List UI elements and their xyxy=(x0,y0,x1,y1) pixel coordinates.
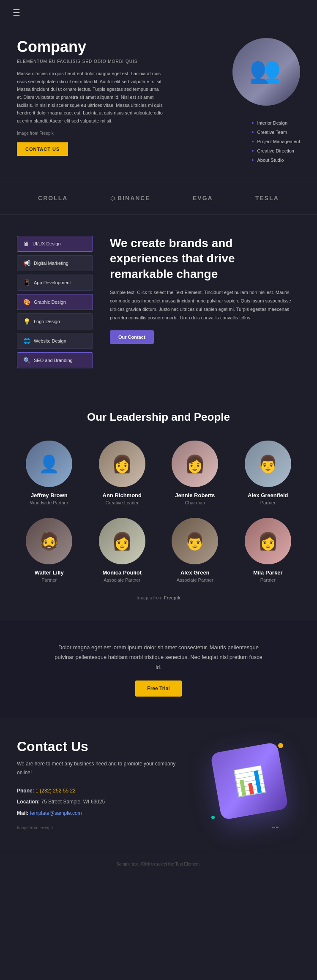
contact-left: Contact Us We are here to meet any busin… xyxy=(17,739,186,830)
deco-squiggle: 〰 xyxy=(272,824,279,832)
person-card: 👩 Mila Parker Partner xyxy=(236,518,301,583)
avatar-image: 👨 xyxy=(172,518,218,564)
brand-binance: BINANCE xyxy=(110,195,150,201)
service-digital-button[interactable]: 📢 Digital Marketing xyxy=(17,255,93,271)
location-label: Location: xyxy=(17,799,40,805)
hero-body: Massa ultricies mi quis hendrerit dolor … xyxy=(17,70,164,125)
person-card: 🧔 Walter Lilly Partner xyxy=(17,518,82,583)
service-seo-button[interactable]: 🔍 SEO and Branding xyxy=(17,352,93,368)
brand-crolla: CROLLA xyxy=(38,195,68,201)
avatar: 🧔 xyxy=(26,518,72,564)
person-role: Associate Partner xyxy=(104,577,140,583)
avatar-image: 👩 xyxy=(245,518,291,564)
location-value: 75 Street Sample, WI 63025 xyxy=(41,799,105,805)
leadership-section: Our Leadership and People 👤 Jeffrey Brow… xyxy=(0,389,317,621)
services-heading: We create brands and experiences that dr… xyxy=(110,236,300,282)
freepik-link: Freepik xyxy=(164,595,180,600)
person-name: Jennie Roberts xyxy=(175,492,215,498)
contact-section: Contact Us We are here to meet any busin… xyxy=(0,718,317,853)
service-app-label: App Development xyxy=(34,280,71,285)
navigation: ☰ xyxy=(0,0,317,25)
logo-icon: 💡 xyxy=(23,318,30,325)
service-uiux-button[interactable]: 🖥 UI/UX Design xyxy=(17,236,93,252)
avatar-image: 👤 xyxy=(26,441,72,487)
location-info: Location: 75 Street Sample, WI 63025 xyxy=(17,796,186,807)
person-name: Alex Green xyxy=(180,569,210,576)
deco-dot-yellow xyxy=(278,743,283,748)
hero-photo xyxy=(232,38,300,106)
service-app-button[interactable]: 📱 App Development xyxy=(17,275,93,291)
list-item: About Studio xyxy=(252,155,300,165)
list-item: Creative Team xyxy=(252,128,300,137)
hero-title: Company xyxy=(17,38,164,56)
service-uiux-label: UI/UX Design xyxy=(33,241,61,246)
person-role: Associate Partner xyxy=(177,577,213,583)
list-item: Interior Design xyxy=(252,118,300,128)
contact-title: Contact Us xyxy=(17,739,186,754)
avatar-image: 👩 xyxy=(99,441,145,487)
person-name: Monica Pouliot xyxy=(103,569,142,576)
service-seo-label: SEO and Branding xyxy=(34,358,73,363)
person-role: Partner xyxy=(41,577,57,583)
our-contact-button[interactable]: Our Contact xyxy=(110,330,154,344)
brands-section: CROLLA BINANCE EVGA TESLA xyxy=(0,182,317,215)
hamburger-icon[interactable]: ☰ xyxy=(13,8,20,18)
service-logo-button[interactable]: 💡 Logo Design xyxy=(17,313,93,329)
person-card: 👩 Ann Richmond Creative Leader xyxy=(90,441,155,505)
list-item: Creative Direction xyxy=(252,146,300,155)
person-name: Walter Lilly xyxy=(35,569,64,576)
person-card: 👩 Monica Pouliot Associate Partner xyxy=(90,518,155,583)
person-role: Partner xyxy=(260,500,276,505)
person-role: Chairman xyxy=(185,500,205,505)
avatar: 👨 xyxy=(245,441,291,487)
person-role: Partner xyxy=(260,577,276,583)
person-name: Mila Parker xyxy=(253,569,282,576)
mail-info: Mail: template@sample.com xyxy=(17,808,186,819)
service-graphic-button[interactable]: 🎨 Graphic Design xyxy=(17,294,93,310)
avatar-image: 🧔 xyxy=(26,518,72,564)
phone-label: Phone: xyxy=(17,788,34,794)
phone-info: Phone: 1 (232) 252 55 22 xyxy=(17,785,186,796)
service-digital-label: Digital Marketing xyxy=(34,261,68,266)
leadership-title: Our Leadership and People xyxy=(17,411,300,424)
person-name: Jeffrey Brown xyxy=(31,492,68,498)
avatar: 👩 xyxy=(245,518,291,564)
contact-info: Phone: 1 (232) 252 55 22 Location: 75 St… xyxy=(17,785,186,819)
service-logo-label: Logo Design xyxy=(34,319,60,324)
person-role: Creative Leader xyxy=(106,500,139,505)
hero-right: Interior Design Creative Team Project Ma… xyxy=(177,38,300,165)
contact-illustration: 〰 xyxy=(199,739,300,832)
uiux-icon: 🖥 xyxy=(23,240,29,247)
avatar-image: 👩 xyxy=(172,441,218,487)
person-card: 👤 Jeffrey Brown Worldwide Partner xyxy=(17,441,82,505)
service-graphic-label: Graphic Design xyxy=(34,299,66,305)
chart-3d-illustration: 〰 xyxy=(207,739,292,832)
brand-evga: EVGA xyxy=(193,195,213,201)
graphic-icon: 🎨 xyxy=(23,299,30,305)
service-website-button[interactable]: 🌐 Website Design xyxy=(17,333,93,349)
person-card: 👩 Jennie Roberts Chairman xyxy=(163,441,227,505)
contact-us-button[interactable]: CONTACT US xyxy=(17,142,68,156)
seo-icon: 🔍 xyxy=(23,357,30,364)
avatar: 👤 xyxy=(26,441,72,487)
person-card: 👨 Alex Green Associate Partner xyxy=(163,518,227,583)
avatar: 👩 xyxy=(99,518,145,564)
chart-3d-object xyxy=(210,742,288,820)
mail-value[interactable]: template@sample.com xyxy=(30,810,82,816)
website-icon: 🌐 xyxy=(23,338,30,344)
services-menu: 🖥 UI/UX Design 📢 Digital Marketing 📱 App… xyxy=(17,236,93,368)
contact-image-credit: Image from Freepik xyxy=(17,825,186,830)
person-name: Ann Richmond xyxy=(103,492,142,498)
people-grid: 👤 Jeffrey Brown Worldwide Partner 👩 Ann … xyxy=(17,441,300,583)
hero-photo-image xyxy=(232,38,300,106)
hero-section: Company Elementum eu facilisis sed odio … xyxy=(0,25,317,182)
cta-text: Dolor magna eget est lorem ipsum dolor s… xyxy=(53,642,264,672)
services-body: Sample text. Click to select the Text El… xyxy=(110,289,300,322)
images-credit: Images from Freepik xyxy=(17,595,300,600)
hero-subtitle: Elementum eu facilisis sed odio morbi qu… xyxy=(17,59,164,64)
person-role: Worldwide Partner xyxy=(30,500,68,505)
hero-image-credit: Image from Freepik xyxy=(17,131,164,136)
free-trial-button[interactable]: Free Trial xyxy=(135,681,181,697)
avatar: 👩 xyxy=(99,441,145,487)
services-content: We create brands and experiences that dr… xyxy=(110,236,300,368)
